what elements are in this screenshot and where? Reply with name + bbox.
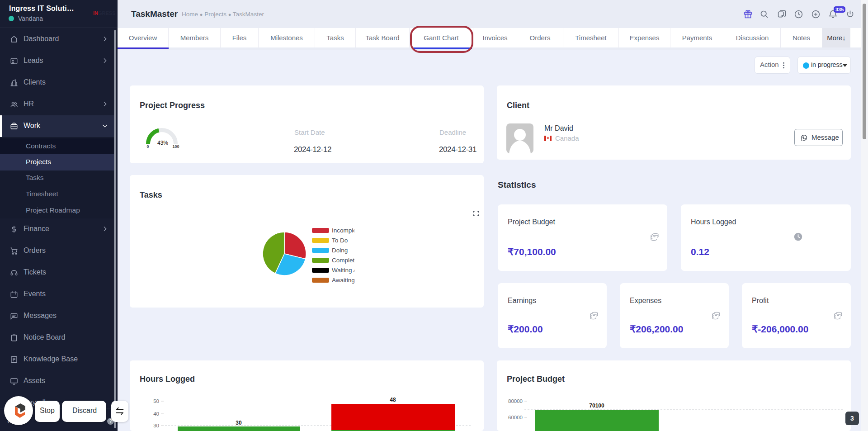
svg-text:Doing: Doing [332,247,348,254]
svg-text:48: 48 [390,397,396,403]
svg-text:30: 30 [153,423,159,428]
svg-text:43%: 43% [157,140,168,146]
svg-text:Awaiting Feedback: Awaiting Feedback [332,277,354,284]
svg-text:50: 50 [153,398,159,404]
svg-text:Waiting Approval: Waiting Approval [332,267,354,274]
svg-text:To Do: To Do [332,237,348,244]
svg-text:40: 40 [153,411,159,417]
svg-text:100: 100 [172,144,179,149]
svg-text:Complete: Complete [332,257,354,264]
svg-text:0: 0 [146,144,149,149]
svg-text:30: 30 [236,420,242,426]
svg-text:Incomplete: Incomplete [332,227,354,234]
svg-text:60000: 60000 [508,415,523,420]
svg-text:70100: 70100 [589,403,604,409]
svg-text:80000: 80000 [508,398,523,404]
